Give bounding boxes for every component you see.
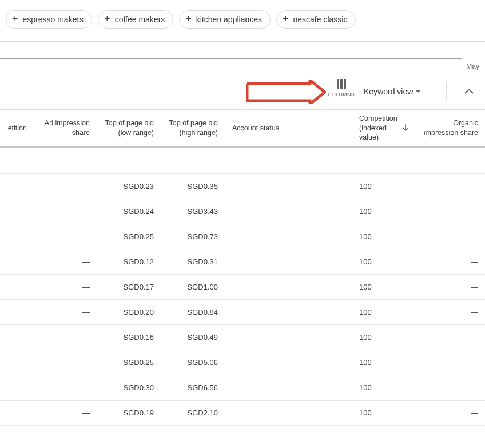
cell-organic-impression-share: — (416, 249, 485, 274)
table-row[interactable]: — SGD0.19 SGD2.10 100 — (0, 401, 485, 426)
cell-ad-impression-share: — (33, 350, 97, 375)
cell-top-bid-low: SGD0.17 (97, 275, 161, 299)
cell-account-status (225, 300, 352, 324)
table-row[interactable]: — SGD0.23 SGD0.35 100 — (0, 174, 485, 199)
cell-account-status (225, 401, 352, 425)
plus-icon: + (283, 14, 289, 24)
col-competition[interactable]: etition (0, 110, 33, 146)
cell-competition (0, 249, 33, 274)
cell-ad-impression-share: — (33, 249, 97, 274)
keyword-table: etition Ad impression share Top of page … (0, 110, 485, 426)
cell-top-bid-high: SGD5.06 (161, 350, 225, 375)
cell-top-bid-low: SGD0.16 (97, 325, 161, 350)
collapse-button[interactable] (458, 73, 480, 109)
cell-competition-indexed: 100 (352, 249, 416, 274)
table-row[interactable]: — SGD0.24 SGD3.43 100 — (0, 199, 485, 224)
cell-account-status (225, 249, 352, 274)
cell-competition (0, 224, 33, 249)
cell-top-bid-high: SGD2.10 (161, 401, 225, 425)
table-row[interactable]: — SGD0.25 SGD5.06 100 — (0, 350, 485, 375)
cell-ad-impression-share: — (33, 300, 97, 324)
col-top-bid-low[interactable]: Top of page bid (low range) (97, 110, 161, 146)
cell-top-bid-high: SGD0.35 (161, 174, 225, 199)
cell-competition-indexed: 100 (352, 325, 416, 350)
cell-organic-impression-share: — (416, 224, 485, 249)
col-competition-indexed[interactable]: Competition (indexed value) (352, 110, 416, 146)
table-header-row: etition Ad impression share Top of page … (0, 110, 485, 148)
cell-organic-impression-share: — (416, 375, 485, 400)
col-label: Competition (indexed value) (359, 114, 399, 143)
chip-coffee-makers[interactable]: + coffee makers (98, 10, 173, 29)
cell-top-bid-high: SGD0.49 (161, 325, 225, 350)
table-row[interactable]: — SGD0.20 SGD0.84 100 — (0, 300, 485, 325)
columns-button[interactable]: COLUMNS (328, 78, 355, 97)
col-top-bid-high[interactable]: Top of page bid (high range) (161, 110, 225, 146)
col-organic-impression-share[interactable]: Organic impression share (416, 110, 485, 146)
chip-espresso-makers[interactable]: + espresso makers (6, 10, 92, 29)
divider (446, 82, 447, 100)
cell-top-bid-high: SGD0.84 (161, 300, 225, 324)
table-row[interactable]: — SGD0.12 SGD0.31 100 — (0, 249, 485, 275)
cell-top-bid-low: SGD0.19 (97, 401, 161, 425)
cell-account-status (225, 174, 352, 199)
cell-ad-impression-share: — (33, 199, 97, 224)
cell-top-bid-high: SGD0.73 (161, 224, 225, 249)
cell-competition-indexed: 100 (352, 401, 416, 425)
cell-account-status (225, 350, 352, 375)
cell-organic-impression-share: — (416, 325, 485, 350)
table-toolbar: COLUMNS Keyword view (0, 73, 485, 110)
sort-descending-icon (402, 124, 409, 132)
chevron-down-icon (415, 90, 421, 93)
table-row[interactable]: — SGD0.25 SGD0.73 100 — (0, 224, 485, 249)
table-row[interactable]: — SGD0.30 SGD6.56 100 — (0, 375, 485, 401)
cell-top-bid-low: SGD0.24 (97, 199, 161, 224)
table-row[interactable]: — SGD0.17 SGD1.00 100 — (0, 275, 485, 300)
cell-top-bid-low: SGD0.25 (97, 350, 161, 375)
cell-top-bid-low: SGD0.12 (97, 249, 161, 274)
cell-account-status (225, 275, 352, 299)
cell-top-bid-high: SGD3.43 (161, 199, 225, 224)
annotation-arrow (246, 80, 326, 104)
cell-account-status (225, 325, 352, 350)
timeline-end-label: May (466, 62, 479, 70)
cell-competition (0, 174, 33, 199)
plus-icon: + (104, 14, 110, 24)
timeline-axis (0, 58, 462, 59)
cell-organic-impression-share: — (416, 275, 485, 299)
cell-top-bid-high: SGD6.56 (161, 375, 225, 400)
cell-competition (0, 350, 33, 375)
timeline-chart: May (0, 42, 485, 73)
chip-label: nescafe classic (293, 15, 348, 24)
cell-top-bid-low: SGD0.23 (97, 174, 161, 199)
cell-competition-indexed: 100 (352, 224, 416, 249)
chip-label: espresso makers (23, 15, 84, 24)
chevron-up-icon (464, 89, 474, 94)
keyword-view-dropdown[interactable]: Keyword view (364, 73, 421, 109)
col-label: Ad impression share (40, 118, 90, 138)
col-label: Account status (232, 124, 279, 133)
cell-ad-impression-share: — (33, 401, 97, 425)
cell-competition-indexed: 100 (352, 375, 416, 400)
col-account-status[interactable]: Account status (225, 110, 352, 146)
chip-nescafe-classic[interactable]: + nescafe classic (276, 10, 356, 29)
col-ad-impression-share[interactable]: Ad impression share (33, 110, 97, 146)
cell-competition-indexed: 100 (352, 350, 416, 375)
table-row[interactable]: — SGD0.16 SGD0.49 100 — (0, 325, 485, 350)
cell-top-bid-high: SGD0.31 (161, 249, 225, 274)
cell-ad-impression-share: — (33, 275, 97, 299)
plus-icon: + (185, 14, 192, 24)
col-label: Top of page bid (low range) (104, 118, 154, 138)
columns-button-label: COLUMNS (328, 92, 355, 97)
cell-top-bid-low: SGD0.30 (97, 375, 161, 400)
chip-kitchen-appliances[interactable]: + kitchen appliances (179, 10, 271, 29)
cell-top-bid-low: SGD0.20 (97, 300, 161, 324)
col-label: Top of page bid (high range) (168, 118, 218, 138)
cell-competition (0, 375, 33, 400)
cell-organic-impression-share: — (416, 174, 485, 199)
cell-ad-impression-share: — (33, 375, 97, 400)
cell-organic-impression-share: — (416, 401, 485, 425)
cell-competition (0, 199, 33, 224)
col-label: etition (8, 124, 27, 133)
chip-label: kitchen appliances (196, 15, 262, 24)
cell-ad-impression-share: — (33, 174, 97, 199)
